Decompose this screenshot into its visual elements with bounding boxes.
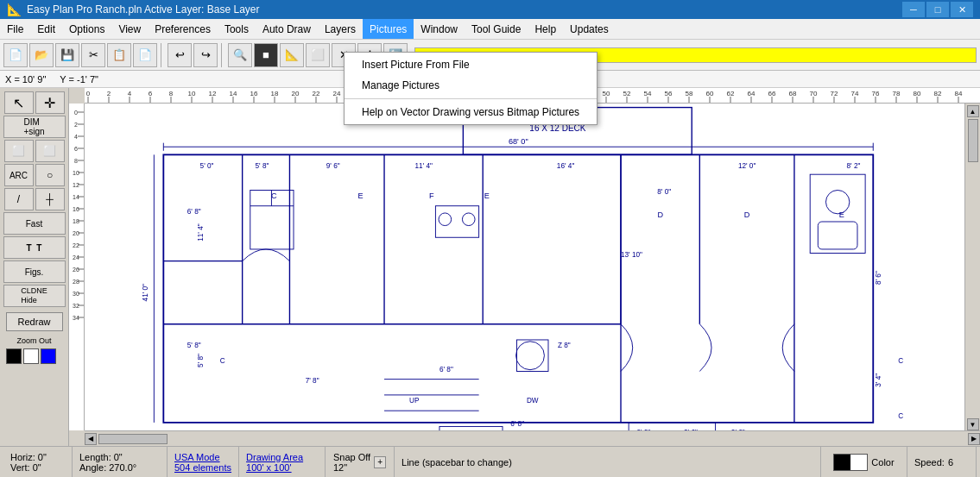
svg-text:DW: DW	[527, 397, 539, 405]
drawing-canvas[interactable]: 16 X 12 DECK 68' 0" 5' 0" 5' 8" 9' 6" 11	[85, 104, 964, 430]
figs-tool[interactable]: Figs.	[3, 260, 66, 283]
rect2-tool[interactable]: ⬜	[35, 140, 65, 162]
menu-autodraw[interactable]: Auto Draw	[256, 19, 318, 39]
menu-help[interactable]: Help	[528, 19, 563, 39]
select-tool[interactable]: ↖	[4, 91, 34, 114]
menu-tools[interactable]: Tools	[218, 19, 256, 39]
menu-layers[interactable]: Layers	[318, 19, 363, 39]
manage-pictures-item[interactable]: Manage Pictures	[345, 75, 597, 96]
svg-text:D: D	[744, 210, 750, 219]
menu-separator	[345, 98, 597, 99]
fast-tool[interactable]: Fast	[3, 212, 66, 235]
mode-section[interactable]: USA Mode 504 elements	[168, 447, 239, 477]
redraw-button[interactable]: Redraw	[6, 312, 63, 331]
svg-text:54: 54	[644, 90, 652, 97]
svg-text:24: 24	[333, 90, 341, 97]
menu-pictures[interactable]: Pictures	[363, 19, 414, 39]
drawing-area-section[interactable]: Drawing Area 100' x 100'	[239, 447, 326, 477]
svg-text:64: 64	[748, 90, 756, 97]
svg-text:2' 6": 2' 6"	[731, 429, 745, 430]
tb-paste[interactable]: 📄	[133, 43, 157, 67]
color-blue[interactable]	[41, 348, 56, 364]
right-scrollbar[interactable]: ▲ ▼	[964, 104, 980, 430]
canvas-container: /* rendered via JS below */ 024681012141…	[69, 88, 980, 446]
color-box-display	[833, 454, 868, 471]
tb-save[interactable]: 💾	[55, 43, 79, 67]
line-tool[interactable]: /	[4, 188, 34, 210]
svg-text:20: 20	[73, 230, 79, 236]
minimize-button[interactable]: ─	[902, 2, 925, 17]
dim-tool[interactable]: DIM+sign	[3, 116, 66, 138]
horizontal-scrollbar[interactable]: ◀ ▶	[85, 430, 980, 446]
color-section: Color	[821, 447, 907, 477]
scroll-up-button[interactable]: ▲	[967, 105, 979, 117]
svg-text:6' 8": 6' 8"	[510, 420, 524, 428]
svg-text:C: C	[220, 357, 225, 365]
drawing-area-label: Drawing Area	[246, 452, 318, 462]
svg-text:8: 8	[74, 158, 78, 164]
crosshair-tool[interactable]: ✛	[35, 91, 65, 114]
tb-zoom[interactable]: 🔍	[228, 43, 252, 67]
snap-plus-icon[interactable]: +	[374, 456, 386, 468]
tb-copy[interactable]: 📋	[107, 43, 131, 67]
svg-text:F: F	[429, 191, 434, 200]
menu-edit[interactable]: Edit	[30, 19, 62, 39]
menu-window[interactable]: Window	[414, 19, 465, 39]
tb-cut[interactable]: ✂	[81, 43, 105, 67]
menu-view[interactable]: View	[111, 19, 148, 39]
svg-text:6' 8": 6' 8"	[439, 366, 453, 373]
tb-redo[interactable]: ↪	[193, 43, 218, 67]
title-text: Easy Plan Pro Ranch.pln Active Layer: Ba…	[27, 3, 902, 16]
text-tool[interactable]: T T	[3, 236, 66, 259]
color-black[interactable]	[6, 348, 22, 364]
tb-undo[interactable]: ↩	[168, 43, 192, 67]
svg-text:22: 22	[73, 242, 79, 248]
svg-text:24: 24	[73, 254, 79, 260]
scroll-thumb-h[interactable]	[98, 434, 168, 444]
svg-text:80: 80	[914, 90, 921, 97]
scroll-thumb-v[interactable]	[968, 119, 978, 162]
scroll-right-button[interactable]: ▶	[968, 433, 980, 445]
arc-tool[interactable]: ARC	[4, 164, 34, 186]
main-area: ↖ ✛ DIM+sign ⬜ ⬜ ARC ○ / ┼ Fast T T Figs…	[0, 88, 980, 446]
svg-text:E: E	[358, 191, 364, 200]
menu-file[interactable]: File	[0, 19, 30, 39]
menu-options[interactable]: Options	[62, 19, 111, 39]
svg-text:6: 6	[149, 90, 153, 97]
area-size-value: 100' x 100'	[246, 462, 318, 473]
scroll-down-button[interactable]: ▼	[967, 418, 979, 430]
tb-open[interactable]: 📂	[29, 43, 54, 67]
tb-new[interactable]: 📄	[3, 43, 28, 67]
svg-text:22: 22	[313, 90, 320, 97]
help-vector-item[interactable]: Help on Vector Drawing versus Bitmap Pic…	[345, 102, 597, 122]
statusbar: Horiz: 0" Vert: 0" Length: 0" Angle: 270…	[0, 446, 980, 477]
insert-picture-item[interactable]: Insert Picture From File	[345, 54, 597, 75]
scroll-left-button[interactable]: ◀	[85, 433, 97, 445]
svg-text:10: 10	[73, 170, 79, 176]
svg-text:11' 4": 11' 4"	[197, 223, 205, 242]
menu-preferences[interactable]: Preferences	[148, 19, 218, 39]
clone-tool[interactable]: CLDNEHide	[3, 285, 66, 307]
line-info: Line (spacebar to change)	[401, 457, 813, 468]
canvas-inner: 0246810121416182022242628303234 16 X 12 …	[69, 104, 980, 430]
speed-label: Speed:	[914, 457, 945, 468]
rect-tool[interactable]: ⬜	[4, 140, 34, 162]
tb-select[interactable]: ■	[254, 43, 278, 67]
svg-text:70: 70	[810, 90, 818, 97]
tb-erase[interactable]: ⬜	[306, 43, 330, 67]
svg-text:76: 76	[872, 90, 880, 97]
svg-text:8: 8	[169, 90, 174, 97]
menu-updates[interactable]: Updates	[563, 19, 616, 39]
svg-text:7' 8": 7' 8"	[306, 377, 319, 385]
snap-size: 12"	[333, 462, 370, 473]
grid-tool[interactable]: ┼	[35, 188, 65, 210]
tb-draw[interactable]: 📐	[280, 43, 304, 67]
circle-tool[interactable]: ○	[35, 164, 65, 186]
menu-toolguide[interactable]: Tool Guide	[465, 19, 528, 39]
svg-text:UP: UP	[409, 397, 420, 405]
close-button[interactable]: ✕	[951, 2, 973, 17]
svg-text:10: 10	[188, 90, 196, 97]
svg-text:8' 2": 8' 2"	[846, 162, 860, 170]
color-white[interactable]	[23, 348, 39, 364]
maximize-button[interactable]: □	[926, 2, 949, 17]
